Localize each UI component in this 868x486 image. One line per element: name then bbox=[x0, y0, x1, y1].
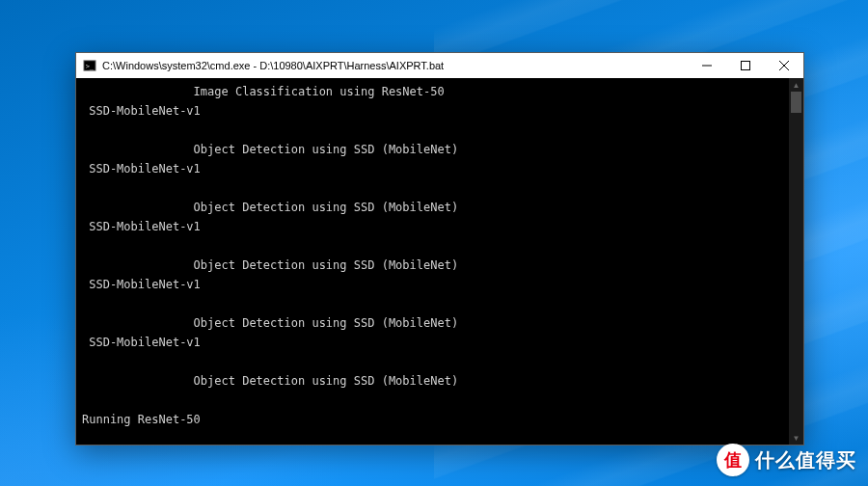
scrollbar[interactable]: ▲ ▼ bbox=[789, 78, 803, 445]
console-line: Object Detection using SSD (MobileNet) bbox=[82, 371, 789, 391]
console-line bbox=[82, 121, 789, 140]
console-line bbox=[82, 178, 789, 198]
svg-text:>_: >_ bbox=[86, 63, 95, 70]
console-line bbox=[82, 236, 789, 256]
console-line: Object Detection using SSD (MobileNet) bbox=[82, 256, 789, 275]
close-button[interactable] bbox=[765, 53, 803, 78]
minimize-button[interactable] bbox=[688, 53, 726, 78]
watermark-badge: 值 bbox=[717, 444, 749, 476]
console-line bbox=[82, 352, 789, 371]
watermark: 值 什么值得买 bbox=[717, 444, 856, 476]
console-line bbox=[82, 391, 789, 410]
console-line: Object Detection using SSD (MobileNet) bbox=[82, 140, 789, 159]
console-line: Object Detection using SSD (MobileNet) bbox=[82, 313, 789, 333]
console-line: Running ResNet-50 bbox=[82, 410, 789, 429]
scroll-up-arrow[interactable]: ▲ bbox=[789, 78, 803, 92]
window-title: C:\Windows\system32\cmd.exe - D:\10980\A… bbox=[102, 60, 688, 71]
titlebar[interactable]: >_ C:\Windows\system32\cmd.exe - D:\1098… bbox=[76, 53, 803, 78]
scroll-down-arrow[interactable]: ▼ bbox=[789, 431, 803, 445]
console-output[interactable]: Image Classification using ResNet-50 SSD… bbox=[76, 78, 789, 445]
maximize-button[interactable] bbox=[726, 53, 765, 78]
console-line: SSD-MobileNet-v1 bbox=[82, 275, 789, 294]
console-line: SSD-MobileNet-v1 bbox=[82, 101, 789, 121]
console-area: Image Classification using ResNet-50 SSD… bbox=[76, 78, 803, 445]
svg-rect-3 bbox=[742, 62, 750, 70]
watermark-text: 什么值得买 bbox=[755, 447, 856, 473]
console-line bbox=[82, 294, 789, 313]
console-line: SSD-MobileNet-v1 bbox=[82, 333, 789, 352]
cmd-window: >_ C:\Windows\system32\cmd.exe - D:\1098… bbox=[75, 52, 804, 446]
scrollbar-thumb[interactable] bbox=[791, 92, 801, 113]
console-line: Object Detection using SSD (MobileNet) bbox=[82, 198, 789, 217]
console-line: SSD-MobileNet-v1 bbox=[82, 217, 789, 236]
console-line: SSD-MobileNet-v1 bbox=[82, 159, 789, 178]
window-controls bbox=[688, 53, 803, 78]
console-line: Image Classification using ResNet-50 bbox=[82, 82, 789, 101]
cmd-icon: >_ bbox=[82, 58, 97, 73]
